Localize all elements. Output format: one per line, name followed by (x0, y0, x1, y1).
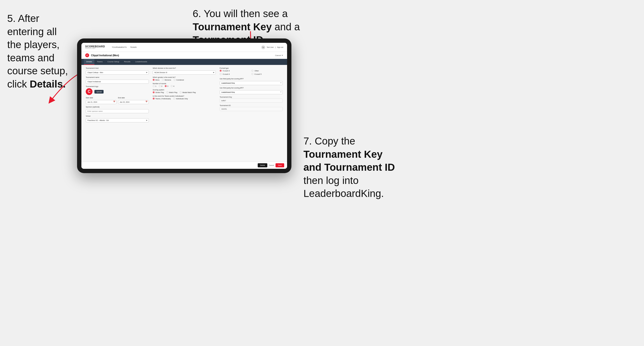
save-button[interactable]: Save (276, 163, 284, 167)
rounds-3[interactable]: 3 (165, 85, 168, 87)
sign-out-link[interactable]: Sign out (277, 46, 283, 48)
rounds-4[interactable]: 4 (171, 85, 174, 87)
rounds-group: Number of rounds 1 2 (153, 83, 216, 87)
division-select[interactable]: NCAA Division III (153, 70, 216, 75)
end-date-icon: 📅 (146, 101, 148, 103)
start-date-group: Start date 📅 (86, 97, 116, 104)
tab-teams[interactable]: Teams (94, 59, 105, 65)
tournament-id-value: 302051 (220, 107, 283, 111)
rounds-1[interactable]: 1 (153, 85, 156, 87)
tab-results[interactable]: Results (122, 59, 133, 65)
name-label: Tournament name (86, 76, 149, 78)
tab-course-setup[interactable]: Course Setup (105, 59, 122, 65)
scoring-radio-group: Stroke Play Match Play Medal Match Play (153, 91, 216, 93)
api2-clear[interactable]: ✕ (280, 91, 282, 93)
scoring-medal[interactable]: Medal Match Play (180, 91, 196, 93)
cancel-button[interactable]: Cancel (269, 165, 274, 166)
teams-group: Is this event for Teams and/or Individua… (153, 95, 216, 100)
scoring-group: Scoring system Stroke Play Match Play (153, 89, 216, 93)
gender-radio-group: Mens Womens Combined (153, 79, 216, 81)
teams-plus-dot (153, 98, 154, 100)
rounds-3-dot (165, 85, 167, 87)
upload-button[interactable]: Upload (94, 90, 104, 94)
name-group: Tournament name (86, 76, 149, 84)
scoreboard-logo: SCOREBOARD Powered by clippd (85, 45, 105, 49)
user-name: Test User (266, 46, 274, 48)
teams-individuals-dot (173, 98, 175, 100)
gender-mens[interactable]: Mens (153, 79, 160, 81)
tab-details[interactable]: Details (84, 59, 94, 65)
logo-label: Tournament logo (86, 86, 149, 87)
annotation-bottom-right: 7. Copy the Tournament Key and Tournamen… (304, 135, 402, 200)
format-other[interactable]: Other (252, 70, 283, 72)
logo-preview: C (86, 88, 92, 95)
brand-sub: Powered by clippd (85, 48, 105, 49)
gender-label: Which gender is the event for? (153, 76, 216, 78)
scoring-match[interactable]: Match Play (166, 91, 178, 93)
venue-group: Venue Peachtree GC - Atlanta - GA (86, 115, 149, 122)
api1-group: Use third-party live scoring API? ✕ (220, 78, 283, 85)
api2-input[interactable] (220, 90, 283, 94)
rounds-4-dot (171, 85, 173, 87)
dates-group: Start date 📅 End date 📅 (86, 97, 149, 104)
cancel-link[interactable]: Cancel ✕ (275, 54, 283, 56)
start-date-input[interactable] (86, 100, 116, 104)
teams-plus[interactable]: Teams (+Individuals) (153, 98, 171, 100)
teams-individuals[interactable]: Individuals Only (173, 98, 188, 100)
nav-separator: | (275, 46, 276, 48)
host-label: Tournament Host (86, 67, 149, 69)
host-group: Tournament Host Clippd College - Men (86, 67, 149, 75)
api2-wrap: ✕ (220, 89, 283, 94)
host-select[interactable]: Clippd College - Men (86, 70, 149, 75)
start-date-wrap: 📅 (86, 99, 116, 104)
logo-group: Tournament logo C Upload (86, 86, 149, 95)
api1-wrap: ✕ (220, 80, 283, 85)
scoring-stroke[interactable]: Stroke Play (153, 91, 164, 93)
format-6count5[interactable]: 6 count 5 (252, 73, 283, 75)
gender-mens-dot (153, 79, 154, 81)
content-area: Tournament Host Clippd College - Men Tou… (82, 65, 287, 162)
format-6count4[interactable]: 6 count 4 (220, 73, 251, 75)
api1-input[interactable] (220, 81, 283, 85)
tablet-screen: SCOREBOARD Powered by clippd TOURNAMENTS… (82, 43, 287, 169)
format-group: Format type 5 count 4 Other (220, 67, 283, 76)
venue-label: Venue (86, 115, 149, 117)
format-5count4[interactable]: 5 count 4 (220, 70, 251, 72)
start-date-icon: 📅 (113, 101, 115, 103)
id-group: Tournament ID 302051 (220, 105, 283, 111)
top-nav: SCOREBOARD Powered by clippd TOURNAMENTS… (82, 43, 287, 52)
rounds-2[interactable]: 2 (159, 85, 162, 87)
nav-tournaments[interactable]: TOURNAMENTS (112, 46, 127, 48)
tournament-header: C Clippd Invitational (Men) Cancel ✕ (82, 52, 287, 59)
name-input[interactable] (86, 80, 149, 84)
tournament-logo: C (85, 53, 89, 57)
format-other-dot (252, 70, 253, 72)
teams-label: Is this event for Teams and/or Individua… (153, 95, 216, 97)
gender-group: Which gender is the event for? Mens Wome… (153, 76, 216, 81)
tournament-title: Clippd Invitational (Men) (91, 54, 119, 57)
api2-label: Use third-party live scoring API? (220, 87, 283, 89)
footer-bar: Delete Cancel Save (82, 162, 287, 169)
sponsor-input[interactable] (86, 109, 149, 113)
key-group: Tournament Key bdftb7 (220, 96, 283, 103)
format-6count5-dot (252, 73, 253, 75)
scoring-medal-dot (180, 91, 182, 93)
form-col-1: Tournament Host Clippd College - Men Tou… (84, 67, 151, 159)
rounds-1-dot (153, 85, 154, 87)
api1-clear[interactable]: ✕ (280, 82, 282, 84)
end-date-wrap: 📅 (118, 99, 149, 104)
division-group: Which division is the event for? NCAA Di… (153, 67, 216, 75)
nav-right: TU Test User | Sign out (261, 45, 283, 49)
rounds-radio-group: 1 2 3 4 (153, 85, 216, 87)
nav-teams[interactable]: TEAMS (130, 46, 137, 48)
end-date-input[interactable] (118, 100, 149, 104)
tab-leaderboards[interactable]: Leaderboards (133, 59, 150, 65)
delete-button[interactable]: Delete (258, 163, 267, 167)
tournament-key-value: bdftb7 (220, 99, 283, 103)
api1-label: Use third-party live scoring API? (220, 78, 283, 80)
venue-select[interactable]: Peachtree GC - Atlanta - GA (86, 118, 149, 122)
end-date-label: End date (118, 97, 149, 99)
gender-womens[interactable]: Womens (162, 79, 171, 81)
gender-combined[interactable]: Combined (174, 79, 184, 81)
api2-group: Use third-party live scoring API? ✕ (220, 87, 283, 94)
